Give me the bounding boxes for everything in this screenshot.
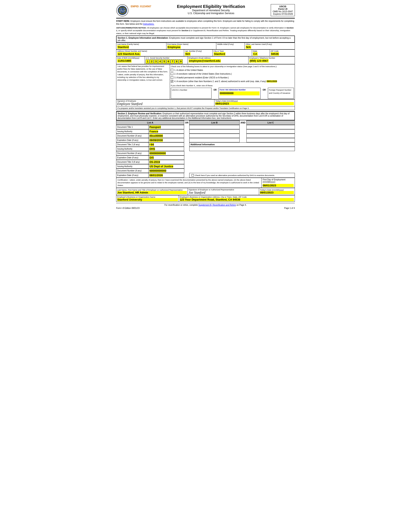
svg-text:DEPT OF: DEPT OF (120, 8, 125, 10)
list-b-num1-cell (190, 134, 239, 138)
apt-label: Apt. Number (if any) (185, 50, 211, 52)
ssn-digit-2: 2 (150, 59, 153, 64)
logo: DEPT OF HOMELAND SECURITY (116, 4, 129, 17)
doc-title2-value: I-94 (149, 143, 154, 146)
certification-row: Certification: I attest, under penalty o… (116, 178, 295, 188)
list-c-num1-cell (247, 134, 295, 138)
dob-label: Date of Birth (mm/dd/yyyy) (117, 57, 144, 59)
attestation-row: I am aware that federal law provides for… (116, 64, 295, 99)
checkbox-2[interactable] (171, 73, 173, 75)
doc-num2-row: Document Number (if any) 00000000000 (116, 151, 295, 155)
state-value: CA (253, 52, 258, 56)
checkbox-1[interactable] (171, 69, 173, 71)
doc-title3-label-cell: Document Title 3 (if any) (116, 160, 149, 164)
doc-num3-label: Document Number (if any) (117, 170, 142, 172)
empid-value: EMPID: 01234567 (131, 5, 151, 8)
last-name-value: Stanford (117, 45, 129, 49)
city-label: City or Town (214, 50, 251, 52)
exp-date2-value-cell: D/S (148, 155, 184, 160)
doc-title3-value: DS-2019 (149, 161, 160, 163)
issuing-auth3-value-cell: US Dept of Justice (148, 164, 184, 168)
doc-title2-label-cell: Document Title 2 (if any) (116, 142, 149, 146)
issuing-auth2-row: Issuing Authority DHS (116, 147, 295, 151)
spacer-2 (239, 125, 247, 129)
city-cell: City or Town Stanford (212, 49, 252, 56)
rep-sig-value: Joe Stanford (189, 191, 258, 195)
alt-proc-checkbox[interactable] (191, 174, 194, 176)
spacer-6 (239, 134, 247, 138)
checkbox-2-label: 2. A noncitizen national of the United S… (174, 72, 232, 76)
middle-label: Middle Initial (if any) (217, 43, 244, 45)
issuing-auth1-label-cell: Issuing Authority (116, 129, 149, 133)
i94-value: 0000000000 (220, 91, 259, 95)
col-b-header: List B (190, 120, 239, 125)
col-or-header: OR (184, 120, 190, 125)
phone-label: Employee's Telephone Number (249, 57, 294, 59)
exp-date3-label: Expiration Date (if any) (117, 174, 138, 176)
last-name-cell: Last Name (Family Name) Stanford (116, 43, 166, 49)
checkbox-row-2: 2. A noncitizen national of the United S… (171, 72, 294, 76)
middle-initial-cell: Middle Initial (if any) (216, 43, 245, 49)
checkbox-instruction: Check one of the following boxes to atte… (171, 65, 294, 68)
phone-cell: Employee's Telephone Number (650) 123-45… (248, 56, 295, 64)
doc-title2-row: Document Title 2 (if any) I-94 Additiona… (116, 142, 295, 147)
address-label: Address (Street Number and Name) (117, 50, 183, 52)
doc-num1-value: 00xx00000 (149, 134, 163, 137)
checkbox-3-label: 3. A lawful permanent resident (Enter US… (174, 76, 229, 79)
email-value: employee@stanford.edu (189, 59, 221, 63)
doc-title2-value-cell: I-94 (148, 142, 184, 146)
ssn-digit-5: 5 (162, 59, 166, 64)
checkbox-4[interactable] (171, 80, 173, 83)
exp-date2-row: Expiration Date (if any) D/S (116, 155, 295, 160)
issuing-auth2-label-cell: Issuing Authority (116, 147, 149, 151)
spacer-3 (184, 129, 190, 133)
instructions-link[interactable]: Instructions. (143, 23, 154, 25)
form-title: Employment Eligibility Verification (153, 4, 269, 9)
issuing-auth3-label-cell: Issuing Authority (116, 164, 149, 168)
apt-value: N/A (185, 52, 190, 56)
spacer-15 (184, 169, 295, 173)
alt-proc-text: Check here if you used an alternative pr… (195, 174, 275, 176)
expires: Expires 07/31/2026 (273, 13, 293, 15)
checkbox-1-label: 1. A citizen of the United States (174, 69, 203, 72)
first-name-cell: First Name (Given Name) Employee (166, 43, 216, 49)
org-name-value: Stanford University (117, 198, 178, 201)
exp-date3-value-cell: 08/01/2026 (148, 173, 184, 178)
first-name-label: First Name (Given Name) (167, 43, 215, 45)
exp-date1-label: Expiration Date (if any) (117, 139, 138, 141)
spacer-9 (184, 142, 190, 146)
doc-title1-value: Passport (149, 125, 161, 129)
doc-title3-value-cell: DS-2019 (148, 160, 184, 164)
issuing-auth1-value-cell: France (148, 129, 184, 133)
issuing-auth3-value: US Dept of Justice (149, 165, 173, 168)
add-info-content (190, 147, 295, 151)
issuing-auth2-value: DHS (149, 147, 155, 151)
checkbox-3[interactable] (171, 76, 173, 79)
spacer-11 (184, 151, 295, 155)
checkbox-row-1: 1. A citizen of the United States (171, 69, 294, 72)
i94-label: Form I-94 Admission Number (220, 88, 259, 91)
item4-fields: USCIS A-Number OR Form I-94 Admission Nu… (171, 88, 294, 98)
address-value: 123 Stanford Ave. (117, 52, 141, 56)
rehire-note: For reverification or rehire, complete (164, 204, 198, 206)
or1-label: OR (211, 88, 219, 98)
state-cell: State CA (252, 49, 270, 56)
col-and-header: AND (239, 120, 247, 125)
list-b-auth1-cell (190, 129, 239, 133)
org-addr-cell: Employer's Business or Organization Addr… (179, 195, 295, 202)
list-c-exp1-cell (247, 138, 295, 142)
spacer-4 (239, 129, 247, 133)
phone-value: (650) 123-4567 (249, 59, 269, 63)
passport-label: Foreign Passport Number and Country of I… (269, 88, 293, 95)
anti-discrimination-notice: ANTI-DISCRIMINATION NOTICE: All employee… (116, 26, 295, 35)
sig-label: Signature of Employee (117, 100, 213, 102)
zip-value: 94536 (271, 52, 279, 56)
rehire-suffix: on Page 4. (237, 204, 247, 206)
ssn-cell: U.S. Social Security Number 1 2 3 4 5 6 … (145, 56, 188, 64)
citizenship-checkboxes: Check one of the following boxes to atte… (171, 65, 294, 99)
list-b-exp1-cell (190, 138, 239, 142)
doc-num2-value-cell: 00000000000 (148, 151, 184, 155)
rehire-link[interactable]: Supplement B, Reverification and Rehire (199, 204, 236, 206)
doc-num1-value-cell: 00xx00000 (148, 134, 184, 138)
page-footer: Form I-9 Edition 08/01/23 Page 1 of 4 (116, 207, 295, 209)
